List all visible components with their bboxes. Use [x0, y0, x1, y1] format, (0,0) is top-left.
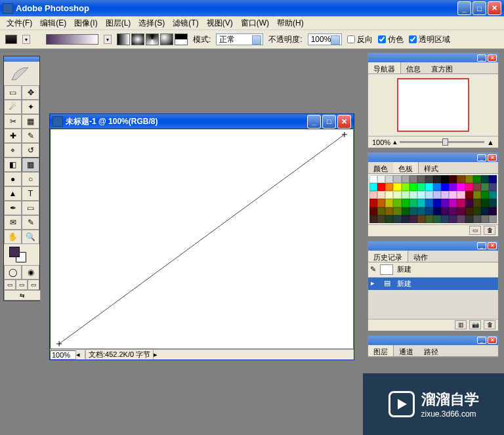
swatch[interactable]	[441, 215, 449, 223]
panel-minimize[interactable]: _	[477, 242, 486, 249]
minimize-button[interactable]: _	[457, 1, 471, 15]
swatch[interactable]	[369, 199, 377, 207]
swatch[interactable]	[377, 183, 385, 191]
swatch[interactable]	[465, 199, 473, 207]
swatch[interactable]	[410, 191, 417, 199]
swatch[interactable]	[417, 207, 425, 215]
swatch[interactable]	[402, 183, 410, 191]
standard-mode[interactable]: ◯	[4, 265, 22, 280]
swatch[interactable]	[425, 191, 433, 199]
swatch[interactable]	[433, 175, 441, 183]
opacity-select[interactable]: 100%	[308, 33, 342, 45]
swatch[interactable]	[377, 215, 385, 223]
maximize-button[interactable]: □	[472, 1, 486, 15]
stamp-tool[interactable]: ⌖	[4, 143, 22, 157]
swatch[interactable]	[417, 215, 425, 223]
swatch[interactable]	[473, 175, 481, 183]
swatch[interactable]	[385, 207, 393, 215]
menu-help[interactable]: 帮助(H)	[273, 16, 308, 30]
path-select-tool[interactable]: ▲	[4, 186, 22, 201]
swatch[interactable]	[465, 191, 473, 199]
swatch[interactable]	[457, 199, 465, 207]
swatch[interactable]	[473, 199, 481, 207]
swatch[interactable]	[481, 175, 489, 183]
zoom-out-icon[interactable]: ▴	[393, 138, 397, 146]
swatch[interactable]	[441, 175, 449, 183]
menu-select[interactable]: 选择(S)	[135, 16, 169, 30]
eraser-tool[interactable]: ◧	[4, 157, 22, 172]
swatch[interactable]	[377, 199, 385, 207]
swatch[interactable]	[393, 175, 401, 183]
delete-swatch-button[interactable]: 🗑	[484, 226, 495, 235]
gradient-reflected[interactable]	[160, 33, 173, 45]
wand-tool[interactable]: ✦	[22, 100, 39, 114]
swatch[interactable]	[457, 183, 465, 191]
zoom-field[interactable]: 100%	[50, 350, 76, 360]
swatch[interactable]	[457, 207, 465, 215]
swatch[interactable]	[385, 199, 393, 207]
slice-tool[interactable]: ▦	[22, 114, 39, 129]
swatch[interactable]	[473, 207, 481, 215]
history-item-new[interactable]: ▸ ▤ 新建	[368, 278, 498, 290]
swatch[interactable]	[393, 199, 401, 207]
tab-navigator[interactable]: 导航器	[368, 62, 401, 73]
swatch[interactable]	[393, 183, 401, 191]
tool-preset-dropdown[interactable]: ▾	[22, 35, 30, 44]
reverse-checkbox[interactable]: 反向	[347, 34, 373, 45]
swatch[interactable]	[489, 175, 497, 183]
swatch[interactable]	[473, 191, 481, 199]
zoom-in-icon[interactable]: ▲	[487, 138, 494, 146]
navigator-thumbnail[interactable]	[397, 78, 469, 132]
new-swatch-button[interactable]: ▭	[469, 226, 481, 235]
blend-mode-select[interactable]: 正常	[216, 33, 263, 45]
marquee-tool[interactable]: ▭	[4, 85, 22, 100]
gradient-linear[interactable]	[117, 33, 130, 45]
pen-tool[interactable]: ✒	[4, 201, 22, 215]
swatch[interactable]	[425, 183, 433, 191]
tab-paths[interactable]: 路径	[419, 345, 444, 356]
delete-state[interactable]: 🗑	[484, 320, 495, 329]
swatch[interactable]	[481, 215, 489, 223]
screen-full-menu[interactable]: ▭	[16, 280, 28, 290]
foreground-swatch[interactable]	[9, 247, 20, 257]
swatch[interactable]	[481, 191, 489, 199]
screen-full[interactable]: ▭	[28, 280, 39, 290]
gradient-picker[interactable]: ▾	[104, 35, 112, 44]
swatch[interactable]	[402, 175, 410, 183]
swatch[interactable]	[433, 191, 441, 199]
swatch[interactable]	[425, 199, 433, 207]
swatch[interactable]	[481, 183, 489, 191]
panel-close[interactable]: ✕	[488, 242, 497, 249]
swatch[interactable]	[369, 175, 377, 183]
fg-bg-swatches[interactable]	[4, 244, 39, 265]
swatch[interactable]	[449, 183, 457, 191]
menu-window[interactable]: 窗口(W)	[237, 16, 273, 30]
blur-tool[interactable]: ●	[4, 172, 22, 186]
panel-minimize[interactable]: _	[477, 54, 486, 62]
panel-close[interactable]: ✕	[488, 54, 497, 62]
swatch[interactable]	[417, 191, 425, 199]
swatch[interactable]	[449, 199, 457, 207]
swatch[interactable]	[385, 215, 393, 223]
palette-grip[interactable]	[4, 56, 39, 62]
swatch[interactable]	[417, 183, 425, 191]
crop-tool[interactable]: ✂	[4, 114, 22, 129]
tab-info[interactable]: 信息	[401, 62, 426, 73]
swatch[interactable]	[441, 207, 449, 215]
lasso-tool[interactable]: ☄	[4, 100, 22, 114]
swatch[interactable]	[377, 207, 385, 215]
panel-minimize[interactable]: _	[477, 154, 486, 161]
swatch[interactable]	[433, 183, 441, 191]
tab-color[interactable]: 颜色	[368, 162, 393, 173]
swatch[interactable]	[402, 207, 410, 215]
swatch[interactable]	[425, 175, 433, 183]
menu-layer[interactable]: 图层(L)	[102, 16, 135, 30]
swatch[interactable]	[481, 207, 489, 215]
tab-history[interactable]: 历史记录	[368, 251, 408, 262]
swatch[interactable]	[369, 191, 377, 199]
swatch[interactable]	[410, 199, 417, 207]
swatch[interactable]	[457, 175, 465, 183]
swatch[interactable]	[441, 183, 449, 191]
swatch[interactable]	[402, 199, 410, 207]
tab-channels[interactable]: 通道	[394, 345, 419, 356]
